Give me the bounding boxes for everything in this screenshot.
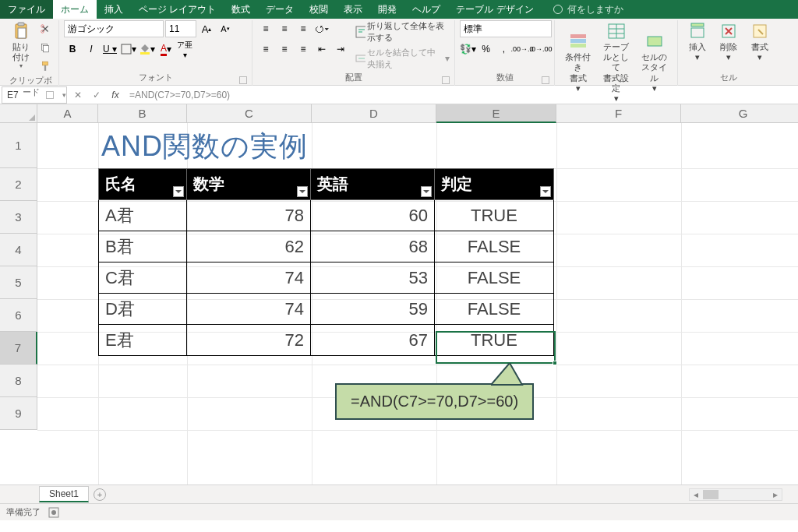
decrease-font-button[interactable]: A▾ [217,20,234,37]
percent-button[interactable]: % [478,41,494,58]
number-format-select[interactable] [460,20,552,37]
phonetic-button[interactable]: ア亜 ▾ [176,41,193,58]
align-right-button[interactable]: ≡ [295,41,312,58]
italic-button[interactable]: I [83,41,100,58]
format-cells-button[interactable]: 書式▾ [745,20,775,64]
formula-input[interactable]: =AND(C7>=70,D7>=60) [125,90,798,100]
align-bottom-button[interactable]: ≡ [295,20,312,37]
comma-button[interactable]: , [496,41,512,58]
font-size-select[interactable] [165,20,196,37]
align-left-button[interactable]: ≡ [257,41,274,58]
align-center-button[interactable]: ≡ [276,41,293,58]
table-cell[interactable]: 60 [311,200,435,231]
tab-view[interactable]: 表示 [336,0,370,19]
table-cell[interactable]: D君 [99,294,187,325]
column-header-A[interactable]: A [37,104,98,123]
tab-insert[interactable]: 挿入 [97,0,131,19]
table-cell[interactable]: B君 [99,231,187,262]
row-header-4[interactable]: 4 [0,234,37,266]
row-header-1[interactable]: 1 [0,123,37,168]
decrease-decimal-button[interactable]: .0→.00 [532,41,549,58]
row-header-6[interactable]: 6 [0,299,37,332]
row-header-3[interactable]: 3 [0,201,37,234]
table-cell[interactable]: 62 [187,231,311,262]
select-all-button[interactable] [0,104,37,123]
table-cell[interactable]: TRUE [435,325,554,356]
filter-dropdown-icon[interactable] [297,186,308,197]
table-cell[interactable]: E君 [99,325,187,356]
column-header-D[interactable]: D [312,104,436,123]
format-painter-button[interactable] [37,58,54,75]
paste-button[interactable]: 貼り付け ▾ [8,20,34,72]
tab-help[interactable]: ヘルプ [404,0,448,19]
column-header-F[interactable]: F [556,104,681,123]
horizontal-scrollbar[interactable]: ◂▸ [689,488,782,501]
tab-formulas[interactable]: 数式 [224,0,258,19]
table-cell[interactable]: 68 [311,231,435,262]
row-header-9[interactable]: 9 [0,397,37,430]
tab-developer[interactable]: 開発 [370,0,404,19]
tab-table-design[interactable]: テーブル デザイン [448,0,541,19]
tell-me[interactable]: 何をしますか [542,0,623,19]
cells-area[interactable]: AND関数の実例氏名数学英語判定A君7860TRUEB君6268FALSEC君7… [37,123,798,484]
underline-button[interactable]: U ▾ [101,41,118,58]
copy-button[interactable] [37,39,54,56]
delete-cells-button[interactable]: 削除▾ [714,20,743,64]
table-header[interactable]: 数学 [187,169,311,200]
increase-decimal-button[interactable]: .00→.0 [514,41,531,58]
dialog-launcher-icon[interactable] [46,91,54,99]
filter-dropdown-icon[interactable] [173,186,184,197]
column-header-C[interactable]: C [187,104,312,123]
table-cell[interactable]: 72 [187,325,311,356]
table-header[interactable]: 氏名 [99,169,187,200]
row-header-2[interactable]: 2 [0,168,37,201]
align-top-button[interactable]: ≡ [257,20,274,37]
cell-styles-button[interactable]: セルの スタイル▾ [636,30,673,95]
table-cell[interactable]: 74 [187,262,311,294]
tab-home[interactable]: ホーム [53,0,97,19]
tab-data[interactable]: データ [258,0,302,19]
table-cell[interactable]: A君 [99,200,187,231]
table-header[interactable]: 英語 [311,169,435,200]
merge-center-button[interactable]: セルを結合して中央揃え▾ [355,47,450,70]
table-cell[interactable]: TRUE [435,200,554,231]
dialog-launcher-icon[interactable] [542,76,549,84]
table-cell[interactable]: 74 [187,294,311,325]
tab-review[interactable]: 校閲 [302,0,336,19]
border-button[interactable]: ▾ [120,41,137,58]
decrease-indent-button[interactable]: ⇤ [313,41,330,58]
tab-file[interactable]: ファイル [0,0,53,19]
fill-color-button[interactable]: ▾ [139,41,156,58]
currency-button[interactable]: 💱▾ [460,41,476,58]
macro-record-icon[interactable] [48,507,59,518]
data-table[interactable]: 氏名数学英語判定A君7860TRUEB君6268FALSEC君7453FALSE… [98,168,554,356]
column-header-B[interactable]: B [98,104,187,123]
wrap-text-button[interactable]: 折り返して全体を表示する [355,20,450,44]
worksheet[interactable]: ABCDEFGH 123456789 AND関数の実例氏名数学英語判定A君786… [0,104,798,484]
increase-indent-button[interactable]: ⇥ [332,41,349,58]
table-header[interactable]: 判定 [435,169,554,200]
add-sheet-button[interactable]: + [94,488,106,501]
table-cell[interactable]: C君 [99,262,187,294]
dialog-launcher-icon[interactable] [442,76,450,84]
filter-dropdown-icon[interactable] [540,186,551,197]
increase-font-button[interactable]: A▴ [198,20,215,37]
bold-button[interactable]: B [64,41,81,58]
column-header-E[interactable]: E [436,104,556,123]
table-cell[interactable]: FALSE [435,262,554,294]
table-cell[interactable]: FALSE [435,231,554,262]
sheet-tab[interactable]: Sheet1 [39,486,89,502]
filter-dropdown-icon[interactable] [421,186,432,197]
dialog-launcher-icon[interactable] [239,76,247,84]
row-header-5[interactable]: 5 [0,266,37,299]
table-cell[interactable]: FALSE [435,294,554,325]
cut-button[interactable] [37,20,54,37]
insert-cells-button[interactable]: 挿入▾ [683,20,712,64]
insert-function-button[interactable]: fx [106,86,125,104]
table-cell[interactable]: 78 [187,200,311,231]
orientation-button[interactable]: ⭯▾ [313,20,330,37]
table-cell[interactable]: 53 [311,262,435,294]
formula-cancel-button[interactable]: ✕ [69,86,87,104]
table-cell[interactable]: 59 [311,294,435,325]
column-header-G[interactable]: G [681,104,798,123]
